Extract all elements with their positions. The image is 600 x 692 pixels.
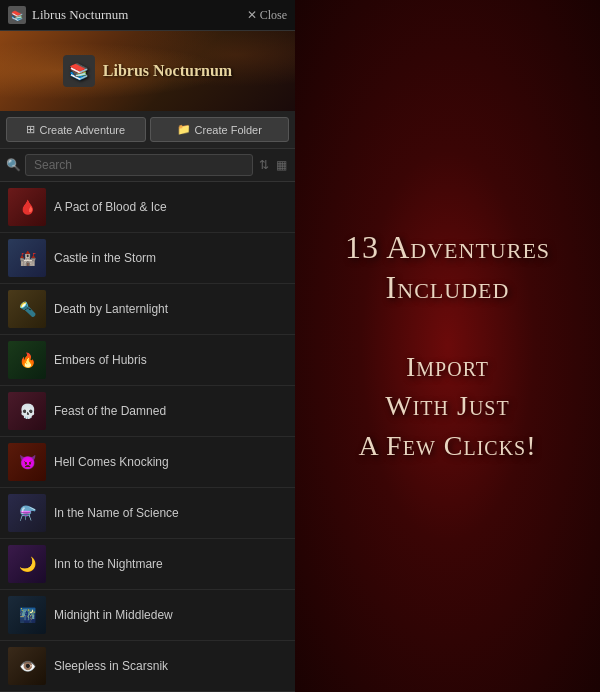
adventure-name: Embers of Hubris [54,353,147,367]
adventure-name: Sleepless in Scarsnik [54,659,168,673]
promo-bottom-text: ImportWith JustA Few Clicks! [358,347,536,465]
adventure-thumbnail: 🏰 [8,239,46,277]
adventure-name: Feast of the Damned [54,404,166,418]
close-button[interactable]: ✕ Close [247,8,287,23]
adventure-name: Castle in the Storm [54,251,156,265]
adventure-thumbnail: 🩸 [8,188,46,226]
toolbar: ⊞ Create Adventure 📁 Create Folder [0,111,295,149]
title-bar: 📚 Librus Nocturnum ✕ Close [0,0,295,31]
create-folder-icon: 📁 [177,123,191,136]
adventure-thumbnail: 🌙 [8,545,46,583]
adventure-name: Hell Comes Knocking [54,455,169,469]
adventure-thumbnail: 🔥 [8,341,46,379]
adventure-list: 🩸A Pact of Blood & Ice🏰Castle in the Sto… [0,182,295,692]
banner-title: 📚 Librus Nocturnum [63,55,232,87]
left-panel: 📚 Librus Nocturnum ✕ Close 📚 Librus Noct… [0,0,295,692]
create-adventure-icon: ⊞ [26,123,35,136]
adventure-thumbnail: ⚗️ [8,494,46,532]
search-icon: 🔍 [6,158,21,173]
list-item[interactable]: 🌙Inn to the Nightmare [0,539,295,590]
list-item[interactable]: 👁️Sleepless in Scarsnik [0,641,295,692]
list-item[interactable]: 💀Feast of the Damned [0,386,295,437]
adventure-name: In the Name of Science [54,506,179,520]
list-item[interactable]: 🏰Castle in the Storm [0,233,295,284]
create-adventure-button[interactable]: ⊞ Create Adventure [6,117,146,142]
sort-controls: ⇅ ▦ [257,156,289,175]
list-item[interactable]: 🩸A Pact of Blood & Ice [0,182,295,233]
title-bar-left: 📚 Librus Nocturnum [8,6,128,24]
adventure-name: A Pact of Blood & Ice [54,200,167,214]
right-panel: 13 AdventuresIncluded ImportWith JustA F… [295,0,600,692]
banner-icon: 📚 [63,55,95,87]
list-item[interactable]: 🔦Death by Lanternlight [0,284,295,335]
create-folder-button[interactable]: 📁 Create Folder [150,117,290,142]
adventure-thumbnail: 🔦 [8,290,46,328]
adventure-name: Death by Lanternlight [54,302,168,316]
view-icon[interactable]: ▦ [274,156,289,175]
list-item[interactable]: ⚗️In the Name of Science [0,488,295,539]
adventure-name: Inn to the Nightmare [54,557,163,571]
search-input[interactable] [25,154,253,176]
sort-icon[interactable]: ⇅ [257,156,271,175]
adventure-thumbnail: 👿 [8,443,46,481]
promo-top-text: 13 AdventuresIncluded [345,227,550,307]
adventure-thumbnail: 💀 [8,392,46,430]
adventure-name: Midnight in Middledew [54,608,173,622]
adventure-thumbnail: 🌃 [8,596,46,634]
header-banner: 📚 Librus Nocturnum [0,31,295,111]
list-item[interactable]: 🌃Midnight in Middledew [0,590,295,641]
search-bar: 🔍 ⇅ ▦ [0,149,295,182]
app-icon: 📚 [8,6,26,24]
app-title: Librus Nocturnum [32,7,128,23]
adventure-thumbnail: 👁️ [8,647,46,685]
list-item[interactable]: 👿Hell Comes Knocking [0,437,295,488]
list-item[interactable]: 🔥Embers of Hubris [0,335,295,386]
